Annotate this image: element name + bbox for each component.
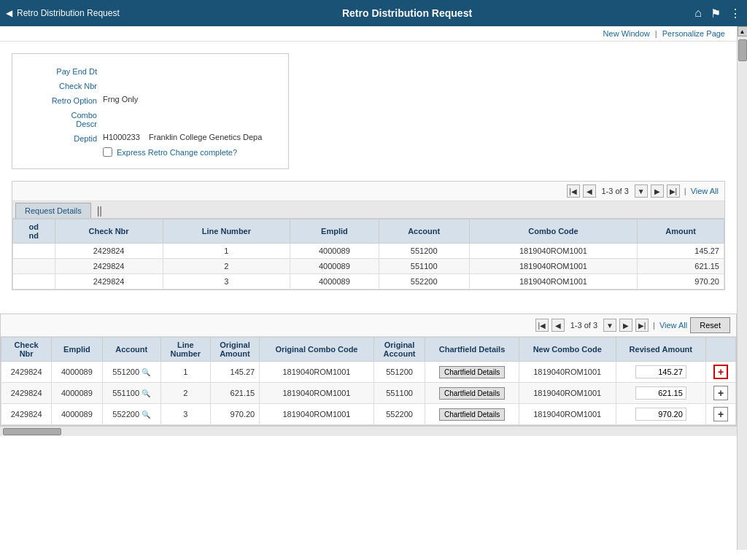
lower-cell-add[interactable]: +: [705, 362, 735, 383]
upper-grid-nav: |◀ ◀ 1-3 of 3 ▼ ▶ ▶| | View All: [12, 182, 724, 201]
home-icon[interactable]: ⌂: [694, 7, 702, 20]
upper-cell-amount: 970.20: [638, 274, 724, 289]
lower-first-page-btn[interactable]: |◀: [535, 319, 549, 332]
lower-cell-add[interactable]: +: [705, 404, 735, 425]
personalize-link[interactable]: Personalize Page: [662, 29, 725, 38]
flag-icon[interactable]: ⚑: [711, 7, 721, 20]
lower-cell-account: 551200 🔍: [102, 362, 160, 383]
account-search-icon[interactable]: 🔍: [142, 368, 150, 376]
lower-col-add: [705, 338, 735, 362]
lower-cell-revised-amount[interactable]: [616, 404, 705, 425]
lower-next-page-btn[interactable]: ▶: [619, 319, 632, 332]
upper-col-combo-code: Combo Code: [469, 219, 638, 244]
add-row-button[interactable]: +: [713, 386, 728, 400]
account-search-icon[interactable]: 🔍: [142, 411, 150, 419]
upper-cell-emplid: 4000089: [290, 244, 379, 259]
upper-cell-emplid: 4000089: [290, 259, 379, 274]
lower-cell-chartfield[interactable]: Chartfield Details: [425, 383, 519, 404]
lower-data-table: CheckNbr Emplid Account LineNumber Origi…: [1, 337, 736, 425]
lower-col-revised-amount: Revised Amount: [616, 338, 705, 362]
deptid-value: H1000233 Franklin College Genetics Depa: [103, 133, 262, 141]
upper-col-check-nbr: Check Nbr: [55, 219, 163, 244]
chartfield-details-button[interactable]: Chartfield Details: [439, 366, 505, 378]
lower-cell-original-combo: 1819040ROM1001: [260, 362, 374, 383]
new-window-link[interactable]: New Window: [603, 29, 650, 38]
express-retro-label: Express Retro Change complete?: [117, 148, 237, 157]
upper-view-all-link[interactable]: View All: [691, 187, 719, 195]
lower-page-info: 1-3 of 3: [570, 321, 597, 330]
lower-cell-chartfield[interactable]: Chartfield Details: [425, 362, 519, 383]
lower-cell-revised-amount[interactable]: [616, 383, 705, 404]
revised-amount-input[interactable]: [635, 408, 686, 421]
chartfield-details-button[interactable]: Chartfield Details: [439, 408, 505, 421]
lower-cell-emplid: 4000089: [52, 383, 102, 404]
lower-table-container: CheckNbr Emplid Account LineNumber Origi…: [1, 337, 736, 425]
add-row-button[interactable]: +: [713, 365, 728, 379]
lower-view-all-link[interactable]: View All: [659, 321, 687, 330]
scroll-area[interactable]: New Window | Personalize Page Pay End Dt…: [0, 26, 747, 542]
bottom-scrollbar-thumb[interactable]: [3, 428, 61, 435]
upper-table-row[interactable]: 2429824 3 4000089 552200 1819040ROM1001 …: [13, 274, 724, 289]
upper-cell-combo-code: 1819040ROM1001: [469, 274, 638, 289]
deptid-row: Deptid H1000233 Franklin College Genetic…: [24, 133, 276, 143]
upper-cell-od-nd: [13, 244, 55, 259]
more-icon[interactable]: ⋮: [729, 7, 741, 20]
combo-descr-row: ComboDescr: [24, 109, 276, 128]
account-search-icon[interactable]: 🔍: [142, 389, 150, 397]
lower-table-row[interactable]: 2429824 4000089 551100 🔍 2 621.15 181904…: [1, 383, 736, 404]
lower-cell-original-account: 551200: [374, 362, 425, 383]
lower-prev-page-btn[interactable]: ◀: [551, 319, 565, 332]
bottom-scrollbar[interactable]: [0, 426, 737, 436]
lower-page-dropdown-btn[interactable]: ▼: [603, 319, 616, 332]
lower-col-original-account: OriginalAccount: [374, 338, 425, 362]
upper-col-od-nd: odnd: [13, 219, 55, 244]
upper-table-row[interactable]: 2429824 2 4000089 551100 1819040ROM1001 …: [13, 259, 724, 274]
deptid-name: Franklin College Genetics Depa: [149, 133, 262, 141]
lower-cell-line-number: 1: [160, 362, 210, 383]
check-nbr-label: Check Nbr: [24, 80, 97, 90]
upper-cell-check-nbr: 2429824: [55, 274, 163, 289]
express-retro-checkbox[interactable]: [103, 147, 112, 157]
upper-next-page-btn[interactable]: ▶: [651, 184, 664, 198]
chartfield-details-button[interactable]: Chartfield Details: [439, 387, 505, 400]
lower-table-row[interactable]: 2429824 4000089 552200 🔍 3 970.20 181904…: [1, 404, 736, 425]
revised-amount-input[interactable]: [635, 365, 686, 378]
lower-cell-revised-amount[interactable]: [616, 362, 705, 383]
lower-col-line-number: LineNumber: [160, 338, 210, 362]
lower-col-original-combo: Original Combo Code: [260, 338, 374, 362]
lower-col-new-combo: New Combo Code: [519, 338, 616, 362]
upper-cell-line-number: 3: [163, 274, 290, 289]
upper-last-page-btn[interactable]: ▶|: [667, 184, 680, 198]
lower-cell-add[interactable]: +: [705, 383, 735, 404]
lower-last-page-btn[interactable]: ▶|: [635, 319, 649, 332]
upper-col-amount: Amount: [638, 219, 724, 244]
combo-descr-label: ComboDescr: [24, 109, 97, 128]
lower-table-row[interactable]: 2429824 4000089 551200 🔍 1 145.27 181904…: [1, 362, 736, 383]
retro-option-row: Retro Option Frng Only: [24, 95, 276, 105]
lower-cell-emplid: 4000089: [52, 362, 102, 383]
back-button[interactable]: ◀ Retro Distribution Request: [6, 8, 120, 18]
upper-page-dropdown-btn[interactable]: ▼: [635, 184, 648, 198]
tab-expander-icon[interactable]: ||: [93, 203, 107, 218]
lower-cell-new-combo: 1819040ROM1001: [519, 362, 616, 383]
retro-option-value: Frng Only: [103, 95, 138, 104]
upper-table-container: odnd Check Nbr Line Number Emplid Accoun…: [12, 219, 724, 289]
upper-table-header-row: odnd Check Nbr Line Number Emplid Accoun…: [13, 219, 724, 244]
request-details-tab[interactable]: Request Details: [15, 203, 91, 218]
lower-nav-row: |◀ ◀ 1-3 of 3 ▼ ▶ ▶| | View All Reset: [1, 314, 736, 337]
lower-cell-chartfield[interactable]: Chartfield Details: [425, 404, 519, 425]
lower-cell-new-combo: 1819040ROM1001: [519, 383, 616, 404]
upper-first-page-btn[interactable]: |◀: [567, 184, 580, 198]
upper-data-table: odnd Check Nbr Line Number Emplid Accoun…: [12, 219, 724, 289]
upper-cell-amount: 621.15: [638, 259, 724, 274]
upper-table-row[interactable]: 2429824 1 4000089 551200 1819040ROM1001 …: [13, 244, 724, 259]
header-title: Retro Distribution Request: [120, 7, 695, 19]
reset-button[interactable]: Reset: [690, 317, 730, 333]
deptid-label: Deptid: [24, 133, 97, 143]
upper-prev-page-btn[interactable]: ◀: [583, 184, 596, 198]
lower-cell-original-combo: 1819040ROM1001: [260, 383, 374, 404]
lower-cell-new-combo: 1819040ROM1001: [519, 404, 616, 425]
revised-amount-input[interactable]: [635, 386, 686, 400]
retro-option-label: Retro Option: [24, 95, 97, 105]
add-row-button[interactable]: +: [713, 407, 728, 421]
